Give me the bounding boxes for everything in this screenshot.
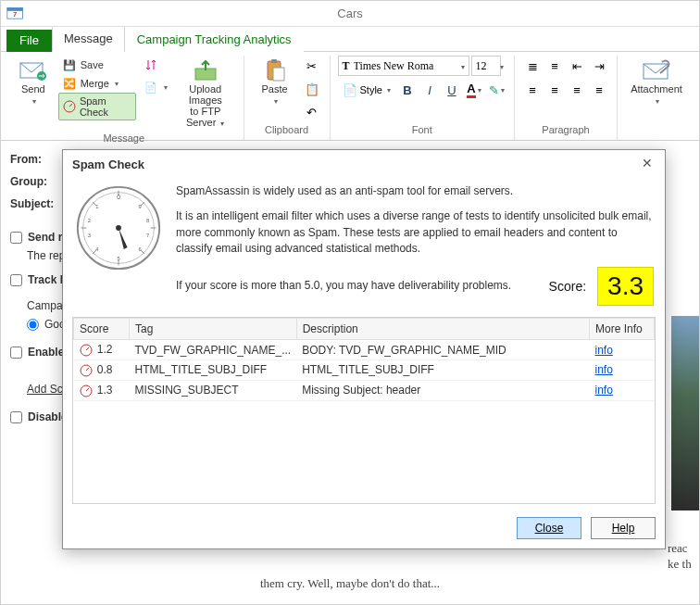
group-label-font: Font (338, 122, 506, 138)
rep-text: The rep (27, 249, 65, 262)
flag-button[interactable]: 📄 (140, 78, 171, 96)
cut-button[interactable]: ✂ (302, 56, 322, 76)
font-color-button[interactable]: A (464, 80, 484, 100)
table-row[interactable]: 1.3MISSING_SUBJECTMissing Subject: heade… (74, 380, 655, 400)
ribbon-group-clipboard: Paste ✂ 📋 ↶ Clipboard (244, 56, 331, 140)
align-right-button[interactable]: ≡ (567, 80, 587, 100)
outdent-icon: ⇤ (572, 59, 582, 73)
outdent-button[interactable]: ⇤ (567, 56, 587, 76)
attachment-button[interactable]: Attachment (625, 56, 688, 108)
results-table: Score Tag Description More Info 1.2TVD_F… (72, 317, 656, 504)
align-right-icon: ≡ (573, 83, 581, 97)
gauge-icon: 0 1 2 3 4 5 6 7 8 9 (74, 183, 163, 272)
italic-button[interactable]: I (419, 80, 440, 100)
app-icon: 7 (6, 6, 25, 22)
undo-button[interactable]: ↶ (302, 102, 322, 122)
content-image (671, 316, 699, 510)
titlebar: 7 Cars (1, 1, 699, 27)
close-button[interactable]: Close (517, 517, 581, 539)
table-row[interactable]: 0.8HTML_TITLE_SUBJ_DIFFHTML_TITLE_SUBJ_D… (74, 359, 655, 380)
track-checkbox[interactable] (10, 274, 22, 286)
dialog-close-button[interactable]: ✕ (639, 156, 656, 172)
align-center-icon: ≡ (551, 83, 558, 97)
tab-message[interactable]: Message (52, 26, 125, 52)
info-link[interactable]: info (595, 344, 613, 357)
enable-label: Enable (28, 346, 64, 359)
ribbon-group-paragraph: ≣ ≡ ⇤ ⇥ ≡ ≡ ≡ ≡ Paragraph (515, 56, 618, 140)
col-info[interactable]: More Info (590, 319, 655, 340)
copy-icon: 📋 (305, 82, 319, 96)
bold-button[interactable]: B (397, 80, 418, 100)
spam-check-dialog: Spam Check ✕ 0 1 2 3 4 5 6 7 8 9 (62, 149, 666, 549)
merge-icon: 🔀 (62, 76, 77, 91)
copy-button[interactable]: 📋 (302, 79, 322, 99)
tab-tracking[interactable]: Campaign Tracking Analytics (125, 27, 304, 52)
bullets-button[interactable]: ≣ (522, 56, 543, 76)
goo-radio[interactable] (27, 319, 39, 331)
table-row[interactable]: 1.2TVD_FW_GRAPHIC_NAME_...BODY: TVD_FW_G… (74, 340, 655, 360)
align-left-button[interactable]: ≡ (522, 80, 543, 100)
style-icon: 📄 (343, 83, 357, 97)
group-label-paragraph: Paragraph (522, 122, 609, 138)
group-label-message: Message (12, 131, 236, 146)
svg-text:3: 3 (88, 233, 91, 238)
highlight-button[interactable]: ✎ (486, 80, 506, 100)
svg-text:7: 7 (13, 10, 17, 19)
envelope-icon (19, 57, 48, 83)
font-size-select[interactable] (471, 56, 501, 76)
col-score[interactable]: Score (74, 319, 130, 340)
indent-button[interactable]: ⇥ (589, 56, 609, 76)
gauge-icon (63, 99, 76, 114)
send-button[interactable]: Send (12, 56, 55, 108)
clipboard-icon (260, 57, 290, 83)
save-button[interactable]: 💾Save (58, 56, 136, 74)
highlight-icon: ✎ (489, 83, 499, 97)
add-sc-link[interactable]: Add Sc (27, 383, 63, 396)
font-family-select[interactable]: T (338, 56, 469, 76)
undo-icon: ↶ (306, 106, 317, 120)
ribbon-group-attachment: Attachment (618, 56, 695, 140)
svg-text:9: 9 (138, 204, 141, 209)
style-button[interactable]: 📄Style (338, 80, 395, 100)
font-size-input[interactable] (476, 59, 494, 73)
align-center-button[interactable]: ≡ (544, 80, 565, 100)
ribbon-group-font: T 📄Style B I U A ✎ Font (331, 56, 515, 140)
disable-checkbox[interactable] (10, 411, 22, 423)
send-receipt-checkbox[interactable] (10, 232, 22, 244)
numbering-button[interactable]: ≡ (544, 56, 565, 76)
info-link[interactable]: info (595, 363, 613, 376)
align-justify-button[interactable]: ≡ (589, 80, 609, 100)
svg-text:5: 5 (117, 256, 119, 261)
info-link[interactable]: info (595, 384, 613, 397)
svg-point-32 (116, 225, 121, 231)
sort-button[interactable] (140, 56, 171, 74)
file-menu[interactable]: File (6, 30, 52, 52)
window-title: Cars (337, 6, 362, 20)
paste-button[interactable]: Paste (252, 56, 298, 108)
col-tag[interactable]: Tag (130, 319, 297, 340)
merge-button[interactable]: 🔀Merge (58, 74, 136, 93)
dialog-desc: It is an intelligent email filter which … (176, 208, 654, 257)
align-left-icon: ≡ (529, 83, 536, 97)
group-label: Group: (10, 175, 60, 188)
svg-text:7: 7 (146, 233, 149, 238)
upload-button[interactable]: Upload Images to FTP Server (175, 56, 236, 131)
svg-text:8: 8 (146, 218, 149, 223)
spam-check-button[interactable]: Spam Check (58, 93, 136, 120)
from-label: From: (10, 153, 60, 166)
font-color-icon: A (467, 82, 475, 98)
close-icon: ✕ (642, 156, 653, 170)
underline-button[interactable]: U (442, 80, 462, 100)
attachment-icon (642, 57, 671, 83)
font-family-input[interactable] (354, 59, 456, 73)
score-value: 3.3 (597, 267, 654, 307)
body-text-fragment: reacke th (668, 541, 697, 573)
ribbon-group-message: Send 💾Save 🔀Merge Spam Check 📄 Upload Im… (5, 56, 244, 140)
help-button[interactable]: Help (591, 517, 656, 539)
score-label: Score: (549, 277, 586, 296)
send-label: Send (21, 83, 45, 95)
dialog-title: Spam Check (72, 158, 144, 171)
svg-text:6: 6 (138, 246, 141, 252)
col-desc[interactable]: Description (296, 319, 589, 340)
enable-checkbox[interactable] (10, 347, 22, 359)
